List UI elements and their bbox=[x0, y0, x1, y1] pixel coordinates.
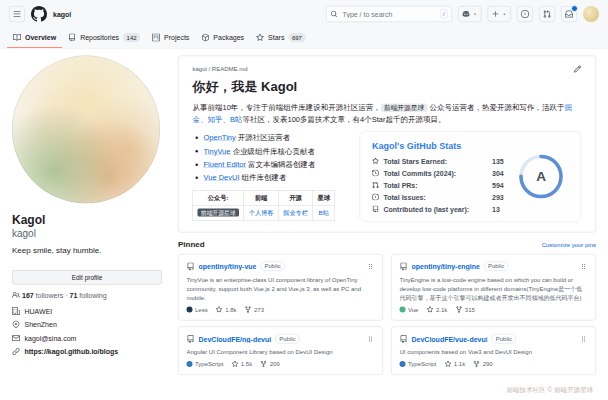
top-bar: kagol / bbox=[0, 0, 608, 28]
fluent-editor-link[interactable]: Fluent Editor bbox=[204, 160, 247, 169]
profile-sidebar: Kagol kagol Keep smile, stay humble. Edi… bbox=[12, 56, 162, 376]
readme-left-column: OpenTiny 开源社区运营者 TinyVue 企业级组件库核心贡献者 Flu… bbox=[193, 130, 352, 221]
profile-avatar[interactable] bbox=[12, 56, 160, 204]
issue-opened-icon bbox=[521, 10, 529, 18]
pull-request-icon bbox=[372, 182, 379, 189]
copilot-icon bbox=[462, 10, 470, 18]
vue-devui-link[interactable]: Vue DevUI bbox=[204, 173, 240, 182]
pencil-icon[interactable] bbox=[574, 65, 582, 73]
grabber-icon[interactable] bbox=[580, 262, 588, 270]
readme-title: 你好，我是 Kagol bbox=[193, 78, 582, 96]
book-icon bbox=[13, 34, 21, 42]
repo-link[interactable]: opentiny/tiny-vue bbox=[199, 262, 257, 270]
readme-header: kagol / README.md bbox=[193, 65, 582, 73]
pinned-repo-card: opentiny/tiny-engine Public TinyEngine i… bbox=[391, 254, 596, 321]
website-link[interactable]: https://kagol.github.io/blogs bbox=[25, 348, 119, 356]
company-value: HUAWEI bbox=[25, 307, 53, 315]
readme-breadcrumb: kagol / README.md bbox=[193, 66, 248, 73]
followers-link[interactable]: 167 followers bbox=[22, 291, 63, 299]
table-header: 前端 bbox=[244, 190, 279, 205]
wechat-account-chip: 前端开源星球 bbox=[381, 104, 428, 113]
issues-button[interactable] bbox=[517, 6, 533, 22]
fork-icon bbox=[455, 306, 462, 313]
repo-language: Less bbox=[187, 306, 208, 313]
grabber-icon[interactable] bbox=[367, 262, 375, 270]
repo-icon bbox=[400, 262, 408, 270]
stars-count-badge: 697 bbox=[288, 33, 305, 42]
watermark-text: 前端技术社区 © 前端开源星球 bbox=[507, 385, 593, 394]
tab-overview[interactable]: Overview bbox=[7, 28, 62, 48]
wechat-badge: 前端开源星球 bbox=[198, 209, 240, 217]
grabber-icon[interactable] bbox=[367, 335, 375, 343]
readme-bullet-list: OpenTiny 开源社区运营者 TinyVue 企业级组件库核心贡献者 Flu… bbox=[204, 132, 352, 183]
table-cell: B站 bbox=[313, 205, 335, 220]
search-icon bbox=[331, 11, 338, 18]
website-row: https://kagol.github.io/blogs bbox=[12, 348, 162, 356]
hamburger-menu-button[interactable] bbox=[9, 6, 25, 22]
user-avatar[interactable] bbox=[583, 6, 599, 22]
link-icon bbox=[12, 348, 20, 356]
context-title: kagol bbox=[53, 10, 71, 18]
tinyvue-link[interactable]: TinyVue bbox=[204, 146, 231, 155]
hamburger-icon bbox=[13, 10, 21, 18]
repo-stars: 2.1k bbox=[426, 306, 447, 313]
language-dot bbox=[187, 307, 193, 313]
main-column: kagol / README.md 你好，我是 Kagol 从事前端10年，专注… bbox=[178, 56, 596, 376]
profile-username: kagol bbox=[12, 228, 162, 240]
tab-packages[interactable]: Packages bbox=[195, 28, 250, 48]
copilot-button[interactable] bbox=[458, 6, 482, 22]
search-input[interactable] bbox=[342, 10, 436, 19]
list-item: Fluent Editor 富文本编辑器创建者 bbox=[204, 159, 352, 170]
profile-readme-card: kagol / README.md 你好，我是 Kagol 从事前端10年，专注… bbox=[178, 56, 596, 233]
location-row: ShenZhen bbox=[12, 321, 162, 329]
repo-forks: 209 bbox=[260, 361, 280, 368]
juejin-column-link[interactable]: 掘金专栏 bbox=[283, 209, 308, 216]
table-cell: 前端开源星球 bbox=[193, 205, 244, 220]
language-dot bbox=[400, 361, 406, 367]
star-icon bbox=[231, 361, 238, 368]
star-icon bbox=[444, 361, 451, 368]
email-link[interactable]: kagol@sina.com bbox=[25, 334, 77, 342]
repo-description: TinyVue is an enterprise-class UI compon… bbox=[187, 275, 375, 302]
repo-link[interactable]: DevCloudFE/vue-devui bbox=[412, 335, 488, 343]
profile-bio: Keep smile, stay humble. bbox=[12, 246, 162, 255]
star-icon bbox=[426, 306, 433, 313]
tab-stars[interactable]: Stars 697 bbox=[250, 28, 311, 48]
visibility-badge: Public bbox=[260, 262, 284, 272]
notifications-button[interactable] bbox=[561, 6, 577, 22]
profile-nav: Overview Repositories 142 Projects Packa… bbox=[0, 28, 608, 49]
search-box[interactable]: / bbox=[326, 6, 452, 22]
bilibili-link[interactable]: B站 bbox=[230, 115, 243, 124]
zhihu-link[interactable]: 知乎 bbox=[208, 115, 223, 124]
organization-icon bbox=[12, 307, 20, 315]
repo-link[interactable]: DevCloudFE/ng-devui bbox=[199, 335, 272, 343]
tab-label: Packages bbox=[213, 34, 244, 42]
tab-repositories[interactable]: Repositories 142 bbox=[62, 28, 146, 48]
star-icon bbox=[216, 306, 223, 313]
pinned-repo-card: DevCloudFE/vue-devui Public UI component… bbox=[391, 327, 596, 376]
language-dot bbox=[187, 361, 193, 367]
customize-pins-link[interactable]: Customize your pins bbox=[542, 241, 596, 248]
location-value: ShenZhen bbox=[25, 321, 57, 329]
repo-forks: 290 bbox=[473, 361, 493, 368]
pinned-header: Pinned Customize your pins bbox=[178, 240, 596, 249]
unread-indicator bbox=[571, 5, 578, 12]
visibility-badge: Public bbox=[484, 262, 508, 272]
opentiny-link[interactable]: OpenTiny bbox=[204, 133, 236, 142]
pinned-repo-card: DevCloudFE/ng-devui Public Angular UI Co… bbox=[178, 327, 383, 376]
create-new-button[interactable] bbox=[488, 6, 512, 22]
pull-requests-button[interactable] bbox=[539, 6, 555, 22]
tab-projects[interactable]: Projects bbox=[146, 28, 195, 48]
blog-link[interactable]: 个人博客 bbox=[249, 209, 274, 216]
grabber-icon[interactable] bbox=[580, 335, 588, 343]
repo-language: Vue bbox=[400, 306, 419, 313]
github-stats-card: Kagol's GitHub Stats Total Stars Earned:… bbox=[360, 131, 582, 222]
repo-link[interactable]: opentiny/tiny-engine bbox=[412, 262, 480, 270]
list-item: OpenTiny 开源社区运营者 bbox=[204, 132, 352, 143]
bilibili-table-link[interactable]: B站 bbox=[319, 209, 329, 216]
tab-label: Overview bbox=[25, 34, 56, 42]
edit-profile-button[interactable]: Edit profile bbox=[12, 270, 162, 285]
following-link[interactable]: 71 following bbox=[70, 291, 107, 299]
readme-table: 公众号: 前端 开源 星球 前端开源星球 个人博客 掘金专栏 B站 bbox=[193, 190, 336, 221]
github-logo-icon[interactable] bbox=[31, 6, 47, 22]
